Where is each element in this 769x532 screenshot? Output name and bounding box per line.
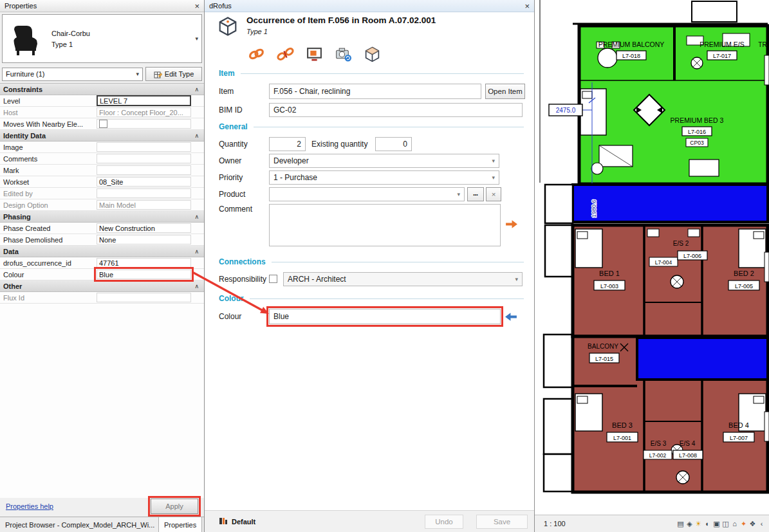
unlink-icon[interactable] <box>276 45 294 63</box>
bim-id-input[interactable] <box>269 103 523 117</box>
view-control-bar: 1 : 100 ▤ ◈ ☀ ◐ ▣ ◫ ⌂ ✦ ❖ ‹ <box>535 515 769 532</box>
undo-button[interactable]: Undo <box>425 515 463 529</box>
room-label: BED 1 <box>599 270 620 277</box>
product-dropdown[interactable]: ▾ <box>269 187 465 201</box>
tab-properties[interactable]: Properties <box>159 517 202 532</box>
priority-dropdown[interactable]: 1 - Purchase ▾ <box>269 170 499 185</box>
edit-type-button[interactable]: Edit Type <box>145 67 202 81</box>
responsibility-checkbox[interactable] <box>269 275 277 283</box>
open-item-button[interactable]: Open Item <box>485 84 525 99</box>
visual-style-icon[interactable]: ◈ <box>686 520 693 528</box>
collapse-icon[interactable]: ∧ <box>194 283 199 289</box>
close-icon[interactable]: × <box>194 2 199 10</box>
dimension-value: 1980.6 <box>591 199 597 217</box>
corridor-upper[interactable]: 1980.6 <box>573 185 768 222</box>
default-label[interactable]: Default <box>232 518 255 526</box>
category-filter-dropdown[interactable]: Furniture (1) ▾ <box>2 68 143 81</box>
apply-button[interactable]: Apply <box>151 499 198 514</box>
property-value-edited-by[interactable] <box>97 188 191 198</box>
quantity-input[interactable] <box>269 137 306 151</box>
section-constraints[interactable]: Constraints ∧ <box>0 84 204 95</box>
colour-input[interactable] <box>269 309 501 324</box>
expand-icon[interactable]: ‹ <box>758 520 765 528</box>
show-crop-region-icon[interactable]: ◫ <box>722 520 729 528</box>
properties-titlebar[interactable]: Properties × <box>0 0 204 12</box>
bedroom-block-upper[interactable]: BED 1 L7-003 E/S 2 L7-004 L7-006 BED 2 L… <box>573 225 769 336</box>
property-value-workset[interactable]: 08_Site <box>97 177 191 187</box>
owner-value: Developer <box>273 156 309 165</box>
sun-path-icon[interactable]: ☀ <box>695 520 702 528</box>
collapse-icon[interactable]: ∧ <box>194 214 199 220</box>
section-identity-data[interactable]: Identity Data ∧ <box>0 130 204 142</box>
capture-image-icon[interactable] <box>334 45 352 63</box>
shadows-icon[interactable]: ◐ <box>704 520 711 528</box>
priority-value: 1 - Purchase <box>273 173 317 182</box>
tab-project-browser[interactable]: Project Browser - Complex_Model_ARCH_Wi.… <box>0 517 159 532</box>
checkbox[interactable] <box>99 120 107 128</box>
drofus-titlebar[interactable]: dRofus × <box>205 0 534 12</box>
property-value-occurrence-id[interactable]: 47761 <box>97 258 191 268</box>
room-label: TR <box>758 41 766 48</box>
comment-textarea[interactable] <box>269 204 501 246</box>
floor-plan-view[interactable]: PREMIUM BALCONY L7-018 PREMIUM E/S L7-01… <box>535 0 769 515</box>
premium-suite-rooms[interactable]: PREMIUM BALCONY L7-018 PREMIUM E/S L7-01… <box>579 26 769 184</box>
default-settings-icon[interactable] <box>219 517 228 527</box>
bedroom-block-lower[interactable]: BALCONY L7-015 BED 3 L7-001 E/S 3 E/S 4 … <box>573 336 769 492</box>
properties-help-link[interactable]: Properties help <box>6 502 53 510</box>
property-row-phase-created: Phase Created New Construction <box>0 223 204 234</box>
existing-quantity-input[interactable] <box>375 137 412 151</box>
property-value-flux-id[interactable] <box>97 293 191 302</box>
section-data[interactable]: Data ∧ <box>0 246 204 257</box>
colour-label: Colour <box>219 309 241 324</box>
collapse-icon[interactable]: ∧ <box>194 248 199 255</box>
property-value-host[interactable]: Floor : Concept Floor_20... <box>97 107 191 117</box>
product-browse-button[interactable]: ••• <box>467 187 484 201</box>
section-heading-item: Item <box>219 68 524 78</box>
responsibility-dropdown[interactable]: ARCH - Architect ▾ <box>283 272 523 286</box>
property-value-moves[interactable] <box>97 119 191 129</box>
property-value-phase-demolished[interactable]: None <box>97 235 191 244</box>
room-region-corridor-lower[interactable] <box>637 338 768 380</box>
quantity-label: Quantity <box>219 137 248 151</box>
save-button[interactable]: Save <box>476 515 528 529</box>
property-value-colour[interactable]: Blue <box>97 270 191 279</box>
product-clear-button[interactable]: × <box>486 187 501 201</box>
property-value-mark[interactable] <box>97 165 191 175</box>
responsibility-value: ARCH - Architect <box>288 275 346 284</box>
property-value-design-option[interactable]: Main Model <box>97 200 191 210</box>
property-value-comments[interactable] <box>97 154 191 163</box>
temporary-hide-isolate-icon[interactable]: ⌂ <box>731 520 738 528</box>
close-icon[interactable]: × <box>524 2 530 10</box>
collapse-icon[interactable]: ∧ <box>194 133 199 139</box>
collapse-icon[interactable]: ∧ <box>194 86 199 93</box>
type-selector-dropdown-icon[interactable]: ▾ <box>195 35 198 42</box>
crop-view-icon[interactable]: ▣ <box>713 520 720 528</box>
owner-dropdown[interactable]: Developer ▾ <box>269 154 499 168</box>
section-phasing[interactable]: Phasing ∧ <box>0 211 204 223</box>
link-icon[interactable] <box>247 45 265 63</box>
property-value-phase-created[interactable]: New Construction <box>97 223 191 233</box>
reveal-hidden-elements-icon[interactable]: ✦ <box>740 520 747 528</box>
category-filter-value: Furniture (1) <box>6 70 45 78</box>
push-to-revit-arrow-icon[interactable] <box>505 219 518 231</box>
item-input[interactable] <box>269 84 481 99</box>
type-selector[interactable]: Chair-Corbu Type 1 ▾ <box>2 14 202 63</box>
drofus-footer: Default Undo Save <box>205 510 534 532</box>
roof-structure <box>692 1 737 22</box>
view-scale[interactable]: 1 : 100 <box>544 520 566 527</box>
property-value-level[interactable]: LEVEL 7 <box>97 95 191 106</box>
section-label: Other <box>3 282 22 290</box>
property-row-mark: Mark <box>0 165 204 176</box>
property-row-workset: Workset 08_Site <box>0 176 204 188</box>
section-other[interactable]: Other ∧ <box>0 280 204 292</box>
analytical-model-icon[interactable]: ❖ <box>749 520 756 528</box>
detail-level-icon[interactable]: ▤ <box>677 520 684 528</box>
room-region-corridor[interactable] <box>573 185 768 222</box>
pull-from-revit-arrow-icon[interactable] <box>505 311 518 324</box>
drofus-panel-title: dRofus <box>209 2 524 10</box>
property-value-image[interactable] <box>97 142 191 152</box>
show-in-model-icon[interactable] <box>305 45 323 63</box>
item-box-icon[interactable] <box>363 45 381 63</box>
room-tag-label: L7-003 <box>600 283 618 289</box>
property-label: Phase Created <box>0 225 97 232</box>
